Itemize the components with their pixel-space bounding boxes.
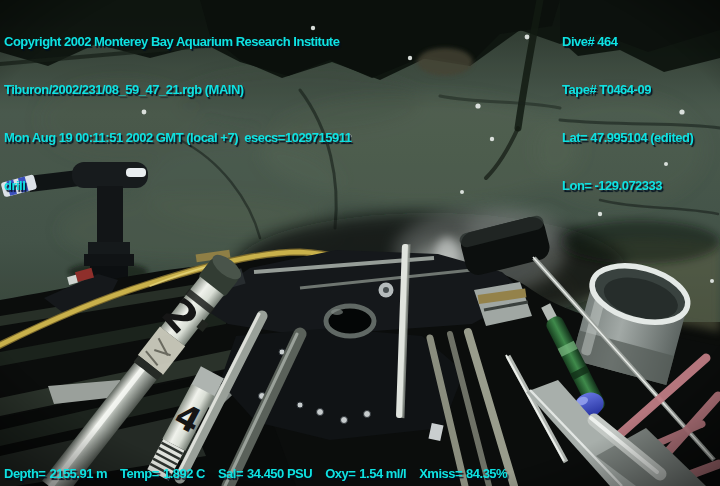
longitude: Lon= -129.072333 (562, 178, 693, 194)
depth-readout: Depth=2155.91 m (4, 466, 107, 482)
temp-readout: Temp=1.892 C (120, 466, 205, 482)
tape-number: Tape# T0464-09 (562, 82, 693, 98)
hud-top-left: Copyright 2002 Monterey Bay Aquarium Res… (4, 2, 352, 226)
hud-top-right: Dive# 464 Tape# T0464-09 Lat= 47.995104 … (562, 2, 693, 226)
oxygen-readout: Oxy=1.54 ml/l (325, 466, 406, 482)
dive-number: Dive# 464 (562, 34, 693, 50)
salinity-readout: Sal=34.450 PSU (218, 466, 312, 482)
source-path-line: Tiburon/2002/231/08_59_47_21.rgb (MAIN) (4, 82, 352, 98)
latitude: Lat= 47.995104 (edited) (562, 130, 693, 146)
hud-telemetry-bar: Depth=2155.91 m Temp=1.892 C Sal=34.450 … (4, 466, 520, 482)
annotation-line: drill (4, 178, 352, 194)
copyright-line: Copyright 2002 Monterey Bay Aquarium Res… (4, 34, 352, 50)
timestamp-line: Mon Aug 19 00:11:51 2002 GMT (local +7) … (4, 130, 352, 146)
rov-video-frame: 2 4 (0, 0, 720, 486)
transmissivity-readout: Xmiss=84.35% (419, 466, 507, 482)
